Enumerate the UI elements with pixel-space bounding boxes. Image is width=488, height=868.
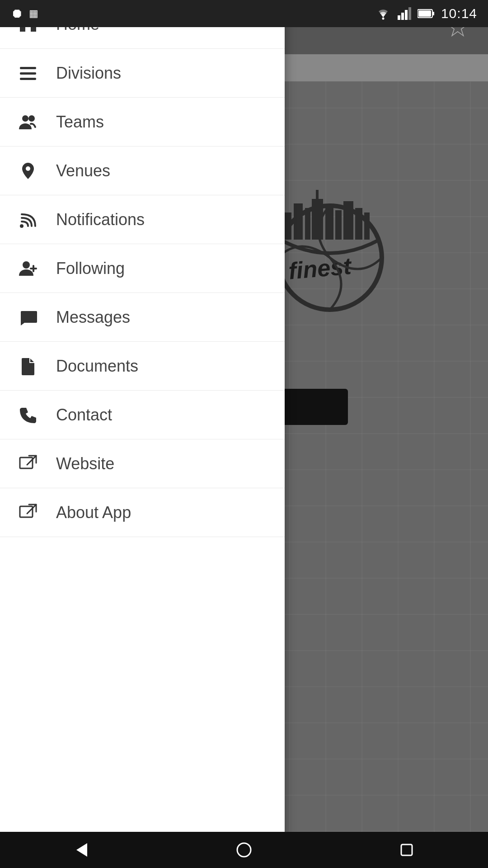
svg-rect-3 [405, 10, 408, 20]
bottom-navigation-bar [0, 832, 488, 868]
svg-rect-29 [20, 506, 33, 517]
menu-label-following: Following [56, 259, 125, 278]
following-icon [16, 257, 40, 280]
svg-point-31 [237, 843, 251, 857]
svg-rect-1 [398, 15, 400, 20]
svg-rect-20 [20, 67, 36, 69]
venues-icon [16, 159, 40, 183]
menu-item-about-app[interactable]: About App [0, 488, 285, 537]
status-bar-left: ⏺ ▦ [11, 7, 38, 20]
record-icon: ⏺ [11, 7, 23, 20]
svg-rect-13 [335, 210, 342, 240]
svg-point-23 [22, 115, 28, 122]
logo-area: finest [267, 172, 393, 326]
status-time: 10:14 [441, 6, 477, 21]
svg-rect-17 [316, 190, 319, 200]
svg-rect-7 [418, 10, 431, 17]
battery-icon [418, 9, 435, 19]
status-bar-right: 10:14 [375, 6, 477, 21]
divisions-icon [16, 61, 40, 85]
contact-icon [16, 403, 40, 427]
documents-icon [16, 354, 40, 378]
svg-point-24 [28, 115, 35, 122]
menu-label-contact: Contact [56, 406, 112, 425]
svg-rect-21 [20, 72, 36, 75]
menu-item-website[interactable]: Website [0, 439, 285, 488]
svg-point-26 [20, 224, 23, 228]
menu-item-notifications[interactable]: Notifications [0, 195, 285, 244]
menu-label-messages: Messages [56, 308, 130, 327]
sim-icon: ▦ [29, 9, 38, 19]
menu-label-documents: Documents [56, 357, 138, 376]
svg-rect-32 [401, 844, 412, 855]
menu-item-following[interactable]: Following [0, 244, 285, 293]
back-button[interactable] [63, 832, 99, 868]
menu-item-messages[interactable]: Messages [0, 293, 285, 342]
messages-icon [16, 306, 40, 329]
menu-label-website: Website [56, 454, 114, 473]
svg-marker-30 [76, 843, 87, 857]
svg-point-27 [23, 261, 30, 269]
menu-label-divisions: Divisions [56, 64, 121, 83]
about-app-icon [16, 501, 40, 524]
svg-rect-28 [20, 458, 33, 468]
notifications-icon [16, 208, 40, 231]
recents-button[interactable] [389, 832, 425, 868]
website-icon [16, 452, 40, 476]
menu-item-venues[interactable]: Venues [0, 146, 285, 195]
signal-icon [398, 7, 411, 20]
home-button[interactable] [226, 832, 262, 868]
svg-text:finest: finest [287, 253, 353, 284]
svg-rect-22 [20, 78, 36, 80]
svg-rect-6 [432, 12, 434, 15]
menu-item-divisions[interactable]: Divisions [0, 49, 285, 98]
menu-label-about-app: About App [56, 503, 131, 522]
menu-label-venues: Venues [56, 161, 110, 180]
navigation-drawer: Home Divisions Teams [0, 0, 285, 868]
menu-item-teams[interactable]: Teams [0, 98, 285, 146]
svg-point-0 [382, 18, 384, 20]
menu-item-contact[interactable]: Contact [0, 391, 285, 439]
team-logo: finest [271, 185, 389, 312]
wifi-icon [375, 7, 391, 20]
teams-icon [16, 110, 40, 134]
menu-label-notifications: Notifications [56, 210, 145, 229]
menu-item-documents[interactable]: Documents [0, 342, 285, 391]
svg-rect-2 [401, 13, 404, 20]
menu-label-teams: Teams [56, 113, 104, 132]
svg-point-25 [26, 166, 30, 171]
svg-rect-4 [408, 7, 411, 20]
status-bar: ⏺ ▦ 10:14 [0, 0, 488, 27]
